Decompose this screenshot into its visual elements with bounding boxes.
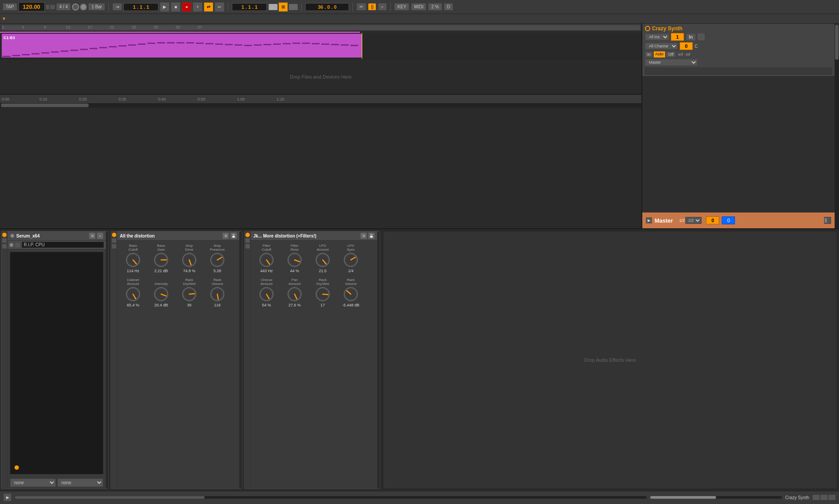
loop-button[interactable]: ⇄ xyxy=(204,2,213,12)
serum-select1[interactable]: none xyxy=(10,479,56,487)
position2-display[interactable]: 1 . 1 . 1 xyxy=(232,3,267,11)
dist-save-btn[interactable]: 💾 xyxy=(230,233,237,239)
channel-num[interactable]: 1 xyxy=(671,33,684,41)
svg-rect-20 xyxy=(196,43,204,44)
time-sig[interactable]: 4 / 4 xyxy=(56,3,71,11)
intensity-knob[interactable] xyxy=(153,286,169,302)
input-select[interactable]: All Ins xyxy=(645,33,669,40)
filter-power-dot[interactable] xyxy=(245,233,250,237)
serum-chain-icon xyxy=(9,243,14,247)
serum-side-icon2[interactable] xyxy=(2,244,7,248)
bottom-play-btn[interactable]: ▶ xyxy=(4,493,11,501)
serum-dot xyxy=(14,465,19,470)
chorus-amount-knob[interactable] xyxy=(259,286,274,302)
pan-amount-knob[interactable] xyxy=(287,286,302,302)
time-20: 0:20 xyxy=(79,97,87,101)
s-button[interactable]: In xyxy=(686,33,696,41)
master-val-orange[interactable]: 0 xyxy=(706,216,719,224)
serum-settings-btn[interactable]: ⚙ xyxy=(89,233,95,239)
play-button[interactable]: ▶ xyxy=(160,2,169,12)
master-select[interactable]: 1/2 xyxy=(685,217,702,224)
right-panel: Crazy Synth All Ins 1 In All Channe xyxy=(641,24,835,228)
arr-expand[interactable]: ▼ xyxy=(2,16,6,21)
add-button[interactable]: + xyxy=(193,2,202,12)
dist-resize-handle[interactable] xyxy=(239,231,242,489)
rack-volume1-knob[interactable] xyxy=(209,286,225,302)
rack-volume2-value: -5.448 dB xyxy=(342,303,359,307)
dist-power-dot[interactable] xyxy=(112,233,116,237)
serum-side-icon1[interactable] xyxy=(2,238,7,243)
pencil-btn[interactable]: ✏ xyxy=(356,3,366,11)
serum-chain-icon2 xyxy=(15,243,20,247)
loop-length[interactable]: 1 Bar xyxy=(88,3,105,11)
d-btn[interactable]: D xyxy=(444,3,453,11)
serum-resize-handle[interactable] xyxy=(106,231,108,489)
dist-side-icon2[interactable] xyxy=(112,244,116,248)
master-pause-icon[interactable]: || xyxy=(824,217,831,224)
bpm-display[interactable]: 120.00 xyxy=(18,2,45,11)
bass-cutoff-knob[interactable] xyxy=(125,252,141,268)
amp-presence-knob[interactable] xyxy=(209,252,225,268)
record-button[interactable]: ● xyxy=(182,2,191,12)
tap-button[interactable]: TAP xyxy=(3,3,17,11)
filter-resize-handle[interactable] xyxy=(377,231,380,489)
progress-bar[interactable] xyxy=(15,496,647,499)
svg-rect-8 xyxy=(80,49,88,50)
lfo-sync-label: LFOSync xyxy=(347,242,355,252)
serum-power-dot[interactable] xyxy=(2,233,7,237)
amp-drive-knob[interactable] xyxy=(181,252,197,268)
cabinet-amount-knob-cell: CabinetAmount 65.4 % xyxy=(119,276,147,308)
in-auto-off: In Auto Off xyxy=(645,51,676,58)
progress-bar2[interactable] xyxy=(650,496,782,499)
cabinet-amount-knob[interactable] xyxy=(125,286,141,302)
rack-drywet1-knob[interactable] xyxy=(181,286,197,302)
lfo-sync-knob[interactable] xyxy=(343,252,359,268)
key-btn[interactable]: KEY xyxy=(394,3,409,11)
serum-device: Serum_x64 ⚙ × xyxy=(1,231,109,489)
midi-btn[interactable]: MIDI xyxy=(411,3,426,11)
bars-display[interactable]: 36 . 0 . 0 xyxy=(305,3,349,11)
serum-select2[interactable]: none xyxy=(58,479,103,487)
top-toolbar: TAP 120.00 ||| |||| 4 / 4 1 Bar ⇥ 1 . 1 … xyxy=(0,0,839,14)
v-scrollbar[interactable] xyxy=(835,24,839,228)
rack-volume2-knob[interactable] xyxy=(343,286,359,302)
auto-btn[interactable]: Auto xyxy=(654,51,666,58)
back-btn[interactable]: ⇥ xyxy=(112,3,122,11)
channel-zero[interactable]: 0 xyxy=(680,42,693,50)
in-btn[interactable]: In xyxy=(645,51,653,58)
serum-header: Serum_x64 ⚙ × xyxy=(7,231,106,241)
cursor-btn[interactable]: ⌐ xyxy=(378,3,387,11)
filter-side-icon1[interactable] xyxy=(245,238,250,243)
bass-gain-knob[interactable] xyxy=(153,252,169,268)
off-btn[interactable]: Off xyxy=(666,51,676,58)
h-scrollbar-thumb[interactable] xyxy=(1,104,89,107)
filter-reso-knob[interactable] xyxy=(287,252,302,268)
filter-side-icon2[interactable] xyxy=(245,244,250,248)
channel-select[interactable]: All Channe xyxy=(645,43,678,50)
master-val-blue[interactable]: 0 xyxy=(722,216,735,224)
filter-settings-btn[interactable]: ⚙ xyxy=(360,233,367,239)
rack-drywet2-knob[interactable] xyxy=(315,286,331,302)
cabinet-amount-label: CabinetAmount xyxy=(127,277,139,286)
back2-button[interactable]: ⇐ xyxy=(215,2,224,12)
position-display[interactable]: 1 . 1 . 1 xyxy=(123,3,158,11)
dist-settings-btn[interactable]: ⚙ xyxy=(223,233,229,239)
filter-save-btn[interactable]: 💾 xyxy=(368,233,374,239)
svg-rect-4 xyxy=(41,52,49,54)
bass-cutoff-label: BassCutoff xyxy=(128,242,137,252)
routing-select[interactable]: Master xyxy=(645,59,698,66)
clip-block[interactable]: C1-B3 xyxy=(2,34,362,58)
serum-close-btn[interactable]: × xyxy=(97,233,103,239)
filter-cutoff-knob[interactable] xyxy=(259,252,274,268)
stop-button[interactable]: ■ xyxy=(171,2,180,12)
h-scrollbar[interactable] xyxy=(0,103,641,108)
master-play-btn[interactable]: ▶ xyxy=(646,217,652,223)
lfo-amount-knob[interactable] xyxy=(315,252,331,268)
bottom-icon1 xyxy=(813,495,820,500)
arrangement-view-btn[interactable]: ⊞ xyxy=(278,2,288,12)
select-btn[interactable]: || xyxy=(368,3,376,11)
dist-side-icon1[interactable] xyxy=(112,238,116,243)
serum-preset-input[interactable] xyxy=(22,241,104,248)
rack-volume2-label: RackVolume xyxy=(345,277,357,286)
v-scrollbar-thumb[interactable] xyxy=(835,25,839,60)
